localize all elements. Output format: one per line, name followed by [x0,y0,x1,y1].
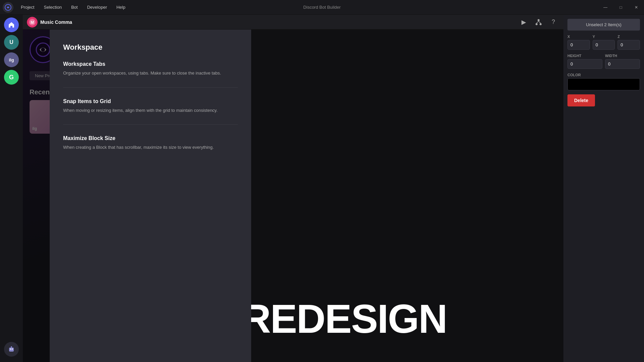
bot-avatar: M [27,17,38,28]
x-label: X [567,35,590,39]
svg-line-13 [539,21,541,23]
maximize-button[interactable]: □ [613,0,629,15]
coord-x-field: X [567,35,590,50]
ws-maximize-desc: When creating a Block that has scrollbar… [63,144,238,151]
app-logo [3,2,13,13]
svg-text:M: M [31,20,34,25]
title-bar-left: Project Selection Bot Developer Help [0,0,130,15]
width-input[interactable] [605,59,640,69]
svg-rect-3 [12,349,13,350]
sidebar-user-u[interactable]: U [4,35,19,50]
sidebar-user-g[interactable]: G [4,70,19,85]
svg-point-10 [536,23,538,25]
menu-bot[interactable]: Bot [66,0,83,15]
workspace-panel: Workspace Workspace Tabs Organize your o… [50,30,251,362]
close-button[interactable]: ✕ [629,0,644,15]
tree-button[interactable] [533,16,545,28]
menu-developer[interactable]: Developer [82,0,111,15]
ws-tabs-desc: Organize your open workspaces, using tab… [63,70,238,77]
coord-y-field: Y [593,35,615,50]
svg-point-9 [538,19,540,21]
workspace-section-tabs: Workspace Tabs Organize your open worksp… [63,61,238,88]
canvas-area: DISC P New Proj Recent ilg TINGS RPC [23,30,563,362]
play-button[interactable]: ▶ [518,16,530,28]
workspace-title: Workspace [63,43,238,52]
main-topbar: M Music Comma ▶ ? [23,15,563,30]
color-section: COLOR [567,73,640,90]
x-input[interactable] [567,40,590,50]
coord-row: X Y Z [567,35,640,50]
height-input[interactable] [567,59,602,69]
color-label: COLOR [567,73,640,77]
height-field: HEIGHT [567,54,602,69]
app-body: U ilg G M Music Comma [0,15,644,362]
sidebar-user-ilg[interactable]: ilg [4,52,19,67]
minimize-button[interactable]: — [598,0,613,15]
left-sidebar: U ilg G [0,15,23,362]
ws-maximize-title: Maximize Block Size [63,135,238,141]
ws-snap-desc: When moving or resizing items, align the… [63,107,238,114]
ws-tabs-title: Workspace Tabs [63,61,238,67]
main-content: M Music Comma ▶ ? [23,15,563,362]
svg-rect-2 [10,349,11,350]
app-title: Discord Bot Builder [303,5,340,10]
sidebar-home-button[interactable] [4,17,19,32]
ws-snap-title: Snap Items to Grid [63,98,238,104]
unselect-button[interactable]: Unselect 2 Item(s) [567,19,640,31]
topbar-actions: ▶ ? [518,16,559,28]
right-panel: Unselect 2 Item(s) X Y Z HEIGHT WI [563,15,644,362]
window-controls: — □ ✕ [598,0,644,15]
dimension-row: HEIGHT WIDTH [567,54,640,69]
sidebar-bot-button[interactable] [4,342,19,357]
color-swatch[interactable] [567,78,640,90]
help-button[interactable]: ? [547,16,559,28]
menu-project[interactable]: Project [16,0,39,15]
width-field: WIDTH [605,54,640,69]
z-label: Z [617,35,640,39]
bot-name-topbar: Music Comma [40,19,515,25]
menu-selection[interactable]: Selection [39,0,66,15]
delete-button[interactable]: Delete [567,94,595,106]
workspace-section-snap: Snap Items to Grid When moving or resizi… [63,98,238,125]
workspace-section-maximize: Maximize Block Size When creating a Bloc… [63,135,238,162]
z-input[interactable] [617,40,640,50]
width-label: WIDTH [605,54,640,58]
svg-point-11 [540,23,542,25]
title-bar: Project Selection Bot Developer Help Dis… [0,0,644,15]
y-label: Y [593,35,615,39]
y-input[interactable] [593,40,615,50]
menu-help[interactable]: Help [112,0,130,15]
svg-line-12 [537,21,539,23]
coord-z-field: Z [617,35,640,50]
svg-rect-1 [9,348,14,352]
height-label: HEIGHT [567,54,602,58]
